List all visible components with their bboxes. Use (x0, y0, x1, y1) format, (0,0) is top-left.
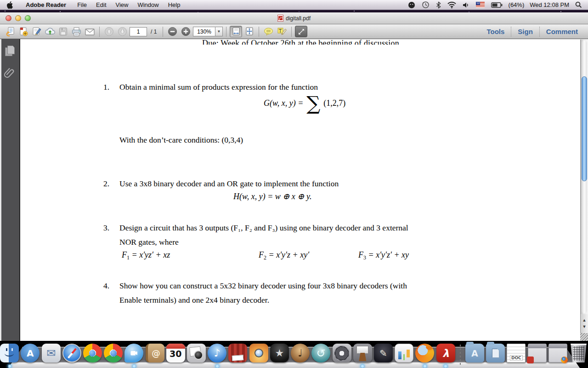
dock-item-photo-booth[interactable] (228, 344, 247, 365)
apple-menu[interactable] (0, 1, 21, 9)
fit-width-icon (232, 27, 241, 36)
page-number-input[interactable] (130, 27, 147, 36)
next-page-button[interactable] (116, 26, 129, 37)
ical-icon: 30 (166, 344, 185, 362)
dock-item-itunes[interactable]: ♪ (208, 344, 226, 365)
fullscreen-button[interactable] (295, 26, 307, 37)
dont-care-line: With the don’t-care conditions: (0,3,4) (119, 133, 243, 147)
wifi-icon[interactable] (445, 0, 458, 10)
dock-item-mail[interactable]: ✉ (41, 344, 60, 365)
menu-app-name[interactable]: Adobe Reader (21, 0, 73, 10)
menu-help[interactable]: Help (164, 0, 185, 10)
share-upload-button[interactable] (44, 26, 56, 37)
dock-item-firefox-doc-stack[interactable] (548, 344, 567, 365)
dock-item-trash[interactable] (569, 344, 588, 365)
dock-item-chrome-2[interactable] (104, 344, 123, 365)
window-resize-grip[interactable] (580, 333, 588, 341)
dock-item-appstore[interactable]: A (21, 344, 40, 365)
close-window-button[interactable] (6, 15, 11, 21)
dock-item-pdf-doc-stack[interactable] (527, 344, 546, 365)
menu-edit[interactable]: Edit (91, 0, 111, 10)
zoom-level-control[interactable]: 130% ▼ (193, 27, 223, 36)
menu-view[interactable]: View (111, 0, 133, 10)
toolbar-separator (99, 27, 100, 37)
sign-panel-button[interactable]: Sign (511, 28, 539, 35)
sticky-note-icon (263, 27, 274, 36)
dock-item-pages[interactable]: ✎ (374, 344, 393, 365)
menu-bar-clock[interactable]: Wed 12:08 PM (528, 1, 571, 8)
add-sticky-note-button[interactable] (262, 26, 275, 37)
dock-item-safari[interactable] (62, 344, 81, 365)
chrome-icon (83, 344, 102, 362)
keynote-icon (353, 344, 372, 362)
zoom-in-button[interactable] (180, 26, 192, 37)
email-button[interactable] (84, 26, 96, 37)
trash-icon (569, 344, 588, 362)
dock-item-time-machine[interactable]: ↺ (311, 344, 330, 365)
highlight-text-button[interactable]: T (276, 26, 288, 37)
spotlight-icon[interactable] (573, 0, 584, 10)
running-indicator (424, 365, 426, 368)
dock-item-image-capture[interactable] (187, 344, 206, 365)
minimize-window-button[interactable] (15, 15, 21, 21)
scroll-up-arrow[interactable]: ▲ (582, 318, 587, 322)
problem-4-line1: Show how you can construct a 5x32 binary… (119, 281, 407, 290)
page-total-label: / 1 (148, 29, 159, 35)
battery-percentage[interactable]: (64%) (507, 1, 526, 8)
problem-3: 3. Design a circuit that has 3 outputs (… (119, 221, 408, 249)
dock-item-finder[interactable] (0, 344, 19, 365)
scroll-mode-button[interactable] (230, 26, 242, 37)
dock-item-system-preferences[interactable] (332, 344, 351, 365)
volume-icon[interactable] (460, 0, 472, 10)
dock-item-iphoto[interactable] (249, 344, 268, 365)
dock-item-ical[interactable]: 30 (166, 344, 185, 365)
scrollbar-thumb[interactable] (582, 76, 587, 181)
battery-icon[interactable] (489, 0, 505, 10)
menu-window[interactable]: Window (133, 0, 163, 10)
dock-item-ichat[interactable] (124, 344, 143, 365)
problem-1: 1. Obtain a minimal sum of products expr… (119, 80, 318, 94)
dock-item-garageband[interactable]: ♩ (291, 344, 310, 365)
attachments-paperclip-icon[interactable] (4, 67, 15, 79)
tools-panel-button[interactable]: Tools (480, 28, 511, 35)
bluetooth-icon[interactable] (434, 0, 443, 10)
menu-file[interactable]: File (73, 0, 91, 10)
formula-f2: F2 = x′y′z + xy′ (259, 250, 309, 261)
dock-item-numbers[interactable] (395, 344, 413, 365)
window-titlebar[interactable]: digitall.pdf (0, 12, 588, 24)
zoom-window-button[interactable] (25, 15, 31, 21)
dock-item-chrome[interactable] (83, 344, 102, 365)
dock-item-imovie[interactable]: ★ (270, 344, 289, 365)
page-thumbnails-icon[interactable] (4, 45, 15, 57)
dock-item-adobe-reader[interactable]: λ (436, 344, 455, 365)
print-button[interactable] (70, 26, 83, 37)
problem-1-text: Obtain a minimal sum of products express… (119, 82, 318, 92)
vertical-scrollbar[interactable]: ▲ ▼ (580, 40, 588, 341)
comment-panel-button[interactable]: Comment (540, 28, 584, 35)
zoom-dropdown-arrow-icon[interactable]: ▼ (215, 27, 222, 36)
create-pdf-icon (18, 27, 28, 37)
zoom-level-value[interactable]: 130% (193, 29, 215, 35)
dock-item-keynote[interactable] (353, 344, 372, 365)
sign-document-button[interactable] (30, 26, 43, 37)
fit-page-button[interactable] (243, 26, 255, 37)
dock-item-address-book[interactable]: @ (145, 344, 164, 365)
fit-page-icon (245, 27, 254, 36)
dock-item-documents-folder[interactable] (486, 344, 505, 365)
dock-item-firefox[interactable] (415, 344, 434, 365)
dock-item-doc-stack[interactable]: DOC (507, 344, 526, 365)
pdf-file-icon (277, 15, 283, 22)
create-pdf-button[interactable] (17, 26, 29, 37)
open-file-button[interactable] (4, 26, 16, 37)
pdf-page[interactable]: Due: Week of October 26th at the beginni… (21, 40, 580, 341)
user-presence-icon[interactable] (406, 0, 418, 10)
navigation-pane (0, 39, 20, 341)
time-machine-icon[interactable] (419, 0, 432, 10)
previous-page-button[interactable] (103, 26, 115, 37)
finder-icon (0, 344, 19, 362)
dock-item-applications-folder[interactable]: A (465, 344, 484, 365)
zoom-out-button[interactable] (166, 26, 179, 37)
save-button[interactable] (57, 26, 69, 37)
scroll-down-arrow[interactable]: ▼ (582, 324, 587, 329)
input-language-flag-icon[interactable] (474, 0, 487, 10)
